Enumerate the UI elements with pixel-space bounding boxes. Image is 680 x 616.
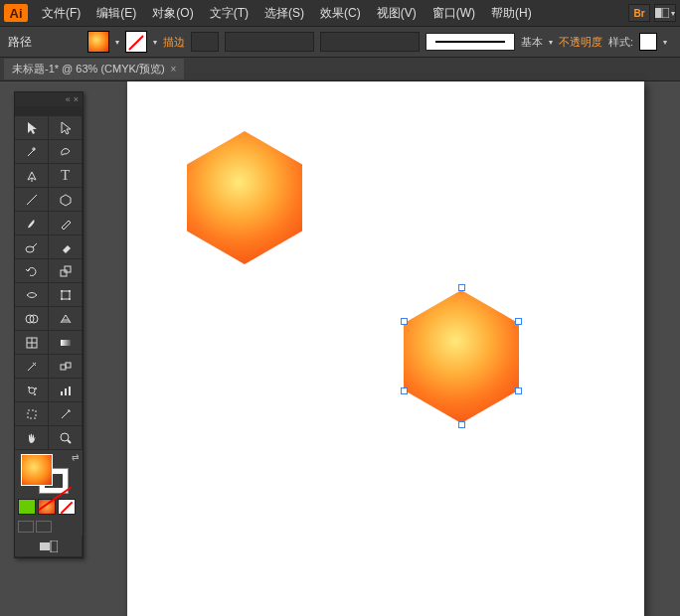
shape-tool[interactable] bbox=[49, 188, 83, 212]
direct-selection-tool[interactable] bbox=[49, 116, 83, 140]
selection-handle[interactable] bbox=[401, 318, 408, 325]
symbol-sprayer-tool[interactable] bbox=[15, 379, 49, 402]
blend-tool[interactable] bbox=[49, 355, 83, 379]
stroke-preview[interactable] bbox=[425, 33, 515, 51]
document-tabbar: 未标题-1* @ 63% (CMYK/预览) × bbox=[0, 58, 680, 81]
free-transform-tool[interactable] bbox=[49, 283, 83, 307]
pen-tool[interactable] bbox=[15, 164, 49, 188]
toolbox-header[interactable]: « × bbox=[15, 92, 83, 106]
svg-point-11 bbox=[69, 298, 71, 300]
opacity-label[interactable]: 不透明度 bbox=[559, 35, 602, 50]
lasso-tool[interactable] bbox=[49, 140, 83, 164]
mesh-tool[interactable] bbox=[15, 331, 49, 355]
bridge-button[interactable]: Br bbox=[628, 4, 650, 22]
stroke-swatch[interactable] bbox=[125, 31, 147, 53]
svg-point-21 bbox=[28, 386, 30, 388]
screen-mode-full[interactable] bbox=[36, 521, 52, 533]
hexagon-shape-1[interactable] bbox=[187, 131, 302, 264]
fill-color-swatch[interactable] bbox=[21, 454, 53, 486]
selection-handle[interactable] bbox=[458, 284, 465, 291]
svg-rect-5 bbox=[61, 270, 67, 276]
tab-title: 未标题-1* @ 63% (CMYK/预览) bbox=[12, 62, 165, 77]
fill-stroke-control[interactable]: ⇄ bbox=[15, 450, 83, 496]
svg-line-2 bbox=[27, 195, 37, 205]
tab-close-button[interactable]: × bbox=[171, 64, 177, 75]
toolbox-grip[interactable] bbox=[15, 106, 83, 116]
column-graph-tool[interactable] bbox=[49, 379, 83, 402]
eraser-tool[interactable] bbox=[49, 235, 83, 259]
fill-swatch[interactable] bbox=[87, 31, 109, 53]
selection-label: 路径 bbox=[8, 34, 32, 51]
shape-builder-tool[interactable] bbox=[15, 307, 49, 331]
screen-modes bbox=[15, 518, 83, 536]
stroke-profile-select[interactable] bbox=[225, 32, 314, 52]
menu-view[interactable]: 视图(V) bbox=[369, 2, 425, 25]
stroke-label[interactable]: 描边 bbox=[163, 35, 185, 50]
change-screen-mode[interactable] bbox=[15, 536, 83, 557]
zoom-tool[interactable] bbox=[49, 426, 83, 450]
svg-rect-31 bbox=[51, 540, 58, 552]
svg-point-23 bbox=[34, 393, 36, 395]
rotate-tool[interactable] bbox=[15, 259, 49, 283]
main-area: « × T bbox=[0, 81, 680, 616]
stroke-weight-input[interactable] bbox=[191, 32, 219, 52]
workspace-switcher[interactable]: ▾ bbox=[654, 4, 676, 22]
menu-help[interactable]: 帮助(H) bbox=[483, 2, 540, 25]
perspective-grid-tool[interactable] bbox=[49, 307, 83, 331]
gradient-tool[interactable] bbox=[49, 331, 83, 355]
svg-rect-6 bbox=[65, 266, 71, 272]
color-mode-solid[interactable] bbox=[18, 499, 36, 515]
tools-column: « × T bbox=[0, 81, 97, 616]
svg-rect-19 bbox=[66, 363, 71, 368]
eyedropper-tool[interactable] bbox=[15, 355, 49, 379]
line-tool[interactable] bbox=[15, 188, 49, 212]
artboard[interactable] bbox=[127, 81, 644, 616]
menu-select[interactable]: 选择(S) bbox=[256, 2, 312, 25]
style-label: 样式: bbox=[608, 35, 633, 50]
color-mode-none[interactable] bbox=[58, 499, 76, 515]
svg-rect-7 bbox=[62, 291, 70, 299]
menu-edit[interactable]: 编辑(E) bbox=[88, 2, 144, 25]
app-logo: Ai bbox=[4, 4, 28, 22]
svg-marker-3 bbox=[61, 195, 71, 206]
selection-handle[interactable] bbox=[458, 421, 465, 428]
magic-wand-tool[interactable] bbox=[15, 140, 49, 164]
svg-point-4 bbox=[26, 246, 34, 252]
brush-select[interactable] bbox=[320, 32, 420, 52]
svg-point-22 bbox=[35, 387, 37, 389]
screen-mode-normal[interactable] bbox=[18, 521, 34, 533]
svg-line-29 bbox=[68, 440, 71, 443]
artboard-tool[interactable] bbox=[15, 402, 49, 426]
svg-rect-26 bbox=[69, 386, 71, 395]
menu-effect[interactable]: 效果(C) bbox=[312, 2, 369, 25]
svg-point-9 bbox=[69, 290, 71, 292]
blob-brush-tool[interactable] bbox=[15, 235, 49, 259]
options-bar: 路径 ▾ ▾ 描边 基本 ▾ 不透明度 样式: ▾ bbox=[0, 26, 680, 58]
slice-tool[interactable] bbox=[49, 402, 83, 426]
width-tool[interactable] bbox=[15, 283, 49, 307]
pencil-tool[interactable] bbox=[49, 212, 83, 235]
hexagon-shape-2[interactable] bbox=[404, 290, 519, 423]
type-tool[interactable]: T bbox=[49, 164, 83, 188]
selection-handle[interactable] bbox=[515, 387, 522, 394]
svg-point-8 bbox=[61, 290, 63, 292]
svg-rect-27 bbox=[28, 410, 36, 418]
menu-file[interactable]: 文件(F) bbox=[34, 2, 88, 25]
selection-handle[interactable] bbox=[401, 387, 408, 394]
selection-tool[interactable] bbox=[15, 116, 49, 140]
paintbrush-tool[interactable] bbox=[15, 212, 49, 235]
selection-handle[interactable] bbox=[515, 318, 522, 325]
menu-type[interactable]: 文字(T) bbox=[202, 2, 256, 25]
svg-rect-24 bbox=[61, 391, 63, 395]
document-tab[interactable]: 未标题-1* @ 63% (CMYK/预览) × bbox=[4, 59, 184, 79]
canvas-area[interactable] bbox=[97, 81, 680, 616]
svg-rect-18 bbox=[61, 365, 66, 370]
swap-fill-stroke-icon[interactable]: ⇄ bbox=[72, 452, 80, 462]
basic-label: 基本 bbox=[521, 35, 543, 50]
menu-object[interactable]: 对象(O) bbox=[144, 2, 201, 25]
scale-tool[interactable] bbox=[49, 259, 83, 283]
hand-tool[interactable] bbox=[15, 426, 49, 450]
menu-window[interactable]: 窗口(W) bbox=[425, 2, 483, 25]
style-swatch[interactable] bbox=[639, 33, 657, 51]
svg-rect-25 bbox=[65, 388, 67, 395]
